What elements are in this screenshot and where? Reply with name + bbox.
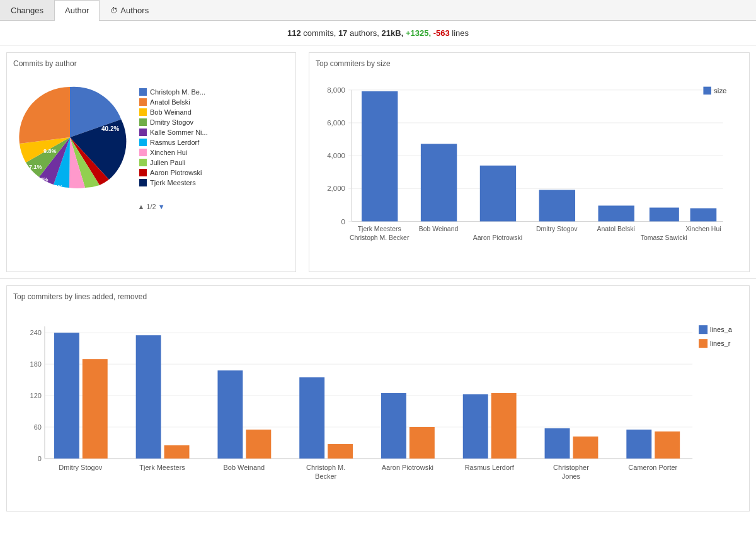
pie-svg: 40.2% 9.8% 7.1% 5.4% 4.5% [13, 81, 127, 194]
size-value: 21kB, [382, 28, 404, 38]
svg-text:2,000: 2,000 [327, 185, 345, 192]
legend-color-1 [139, 98, 147, 106]
legend-item-9: Tjerk Meesters [139, 179, 208, 186]
svg-text:Rasmus Lerdorf: Rasmus Lerdorf [465, 464, 515, 471]
legend-item-0: Christoph M. Be... [139, 88, 208, 96]
svg-rect-47 [83, 359, 108, 459]
svg-text:8,000: 8,000 [327, 86, 345, 94]
pie-chart-box: Commits by author [6, 52, 296, 272]
svg-rect-21 [598, 205, 634, 221]
svg-text:120: 120 [30, 392, 42, 399]
svg-text:4.5%: 4.5% [50, 184, 63, 190]
lines-removed: -563 [433, 28, 450, 38]
svg-text:9.8%: 9.8% [43, 148, 57, 154]
legend-item-7: Julien Pauli [139, 159, 208, 166]
legend-label-4: Kalle Sommer Ni... [150, 129, 208, 136]
legend-color-7 [139, 159, 147, 166]
legend-item-4: Kalle Sommer Ni... [139, 129, 208, 136]
svg-text:0: 0 [341, 218, 345, 226]
legend-item-8: Aaron Piotrowski [139, 169, 208, 176]
svg-rect-57 [491, 393, 517, 459]
svg-rect-20 [539, 190, 575, 221]
svg-rect-49 [164, 445, 190, 459]
tab-changes-label: Changes [11, 6, 43, 15]
svg-rect-19 [480, 166, 516, 222]
svg-rect-53 [328, 444, 353, 459]
svg-text:240: 240 [30, 329, 42, 336]
svg-rect-50 [217, 370, 243, 459]
legend-color-8 [139, 169, 147, 176]
pie-nav: ▲ 1/2 ▼ [13, 203, 289, 210]
bottom-chart-title: Top commiters by lines added, removed [13, 292, 743, 301]
svg-rect-52 [299, 377, 324, 459]
svg-text:Bob Weinand: Bob Weinand [224, 464, 265, 471]
commits-count: 112 [287, 28, 301, 38]
svg-rect-46 [54, 333, 79, 459]
svg-text:6,000: 6,000 [327, 119, 345, 127]
svg-rect-59 [573, 437, 598, 459]
svg-rect-18 [421, 144, 457, 221]
tab-author-label: Author [65, 6, 89, 15]
svg-rect-48 [136, 335, 161, 459]
legend-color-6 [139, 149, 147, 156]
svg-text:Aaron Piotrowski: Aaron Piotrowski [473, 234, 522, 241]
bottom-chart-box: Top commiters by lines added, removed 0 … [6, 285, 750, 512]
pie-legend: Christoph M. Be... Anatol Belski Bob Wei… [139, 88, 208, 186]
svg-rect-51 [246, 430, 271, 459]
legend-item-2: Bob Weinand [139, 108, 208, 116]
svg-text:Tjerk Meesters: Tjerk Meesters [139, 464, 185, 471]
svg-rect-58 [545, 428, 570, 459]
svg-rect-23 [690, 209, 717, 222]
legend-label-2: Bob Weinand [150, 108, 192, 116]
svg-text:Tomasz Sawicki: Tomasz Sawicki [641, 234, 687, 241]
authors-label: authors, [350, 28, 379, 38]
legend-color-3 [139, 118, 147, 126]
tab-author[interactable]: Author [54, 0, 100, 21]
tabs-bar: Changes Author ⏱ Authors [0, 0, 756, 21]
legend-label-8: Aaron Piotrowski [150, 169, 202, 176]
svg-text:180: 180 [30, 360, 42, 368]
lines-added: +1325, [406, 28, 431, 38]
svg-text:Becker: Becker [315, 472, 336, 480]
summary-bar: 112 commits, 17 authors, 21kB, +1325, -5… [0, 21, 756, 46]
legend-label-9: Tjerk Meesters [150, 179, 196, 186]
legend-label-7: Julien Pauli [150, 159, 185, 166]
legend-color-5 [139, 139, 147, 146]
svg-text:Jones: Jones [562, 472, 581, 480]
legend-color-9 [139, 179, 147, 186]
svg-text:Christopher: Christopher [553, 464, 589, 471]
bottom-chart-svg: 0 60 120 180 240 Dmitry Stogov Tjerk Mee… [13, 307, 743, 503]
bar-chart-size-title: Top commiters by size [316, 59, 743, 68]
svg-text:Cameron Porter: Cameron Porter [628, 464, 677, 471]
svg-rect-72 [699, 325, 707, 334]
svg-text:Christoph M.: Christoph M. [306, 464, 345, 471]
legend-label-1: Anatol Belski [150, 98, 190, 106]
page-indicator: 1/2 [146, 203, 156, 210]
svg-text:Aaron Piotrowski: Aaron Piotrowski [382, 464, 433, 471]
svg-text:lines_r: lines_r [710, 340, 731, 347]
prev-page-icon[interactable]: ▲ [137, 203, 144, 210]
legend-item-5: Rasmus Lerdorf [139, 139, 208, 146]
next-page-icon[interactable]: ▼ [158, 203, 165, 210]
svg-text:lines_a: lines_a [710, 326, 733, 333]
tab-authors[interactable]: ⏱ Authors [100, 0, 159, 20]
svg-text:60: 60 [34, 423, 42, 431]
tab-authors-label: Authors [120, 6, 149, 15]
svg-text:0: 0 [38, 455, 42, 462]
legend-color-4 [139, 129, 147, 136]
top-charts-row: Commits by author [0, 46, 756, 279]
svg-text:Tjerk Meesters: Tjerk Meesters [358, 226, 401, 232]
legend-color-2 [139, 108, 147, 116]
svg-text:5.4%: 5.4% [35, 176, 49, 183]
bar-chart-size-box: Top commiters by size 0 2,000 4,000 6,00… [309, 52, 750, 272]
svg-rect-22 [650, 208, 679, 222]
svg-text:size: size [714, 87, 726, 94]
svg-rect-17 [362, 91, 398, 222]
svg-text:Christoph M. Becker: Christoph M. Becker [350, 234, 410, 241]
legend-label-5: Rasmus Lerdorf [150, 139, 199, 146]
tab-changes[interactable]: Changes [0, 0, 54, 20]
svg-text:4,000: 4,000 [327, 152, 345, 159]
legend-label-6: Xinchen Hui [150, 149, 187, 156]
svg-text:40.2%: 40.2% [101, 125, 119, 132]
svg-rect-54 [381, 393, 406, 459]
